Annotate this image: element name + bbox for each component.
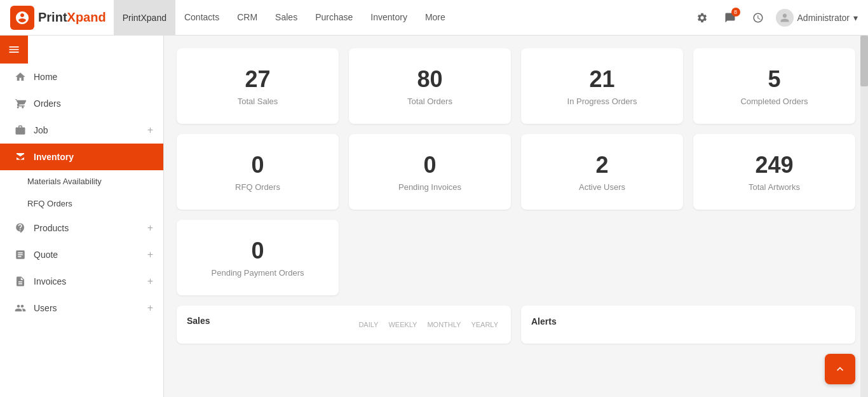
- nav-contacts[interactable]: Contacts: [175, 0, 228, 36]
- sidebar-home-label: Home: [34, 72, 153, 82]
- sidebar-materials-label: Materials Availability: [27, 177, 102, 186]
- chart-controls: DAILY WEEKLY MONTHLY YEARLY: [356, 320, 501, 330]
- inprogress-orders-label: In Progress Orders: [567, 97, 637, 106]
- sidebar-orders-label: Orders: [34, 98, 153, 109]
- total-sales-label: Total Sales: [238, 97, 278, 106]
- completed-orders-value: 5: [768, 66, 780, 93]
- scrollbar-thumb: [860, 36, 868, 86]
- bottom-section: Sales DAILY WEEKLY MONTHLY YEARLY Alerts: [177, 306, 855, 344]
- pending-invoices-value: 0: [423, 152, 436, 178]
- job-expand-icon[interactable]: +: [147, 124, 153, 136]
- stat-card-total-artworks[interactable]: 249 Total Artworks: [693, 134, 855, 210]
- chart-yearly[interactable]: YEARLY: [468, 320, 501, 330]
- sidebar-toggle-button[interactable]: [0, 36, 28, 64]
- logo[interactable]: PrintXpand: [10, 6, 106, 30]
- invoices-icon: [15, 276, 26, 287]
- nav-crm[interactable]: CRM: [228, 0, 266, 36]
- alerts-card: Alerts: [521, 306, 855, 344]
- orders-icon: [15, 98, 26, 109]
- admin-avatar: [776, 9, 794, 27]
- sidebar: Home Orders Job + Inventory − Materials …: [0, 36, 164, 397]
- total-orders-value: 80: [417, 66, 442, 93]
- stat-card-pending-payment[interactable]: 0 Pending Payment Orders: [177, 220, 339, 295]
- topnav: PrintXpand PrintXpand Contacts CRM Sales…: [0, 0, 868, 36]
- clock-button[interactable]: [748, 8, 768, 28]
- stats-row-2: 0 RFQ Orders 0 Pending Invoices 2 Active…: [177, 134, 855, 210]
- sidebar-job-label: Job: [34, 125, 140, 135]
- stat-card-completed-orders[interactable]: 5 Completed Orders: [693, 48, 855, 124]
- quote-icon: [15, 249, 26, 260]
- sidebar-item-orders[interactable]: Orders: [0, 90, 163, 117]
- nav-right: 8 Administrator ▾: [692, 8, 858, 28]
- stats-row-3: 0 Pending Payment Orders: [177, 220, 855, 295]
- completed-orders-label: Completed Orders: [740, 97, 808, 106]
- sidebar-rfq-label: RFQ Orders: [27, 199, 72, 208]
- sidebar-item-quote[interactable]: Quote +: [0, 241, 163, 268]
- sidebar-item-inventory[interactable]: Inventory −: [0, 144, 163, 170]
- logo-text: PrintXpand: [38, 10, 106, 25]
- inventory-collapse-icon[interactable]: −: [148, 152, 153, 162]
- stat-card-rfq-orders[interactable]: 0 RFQ Orders: [177, 134, 339, 210]
- products-expand-icon[interactable]: +: [147, 222, 153, 234]
- admin-label: Administrator: [797, 13, 850, 23]
- sidebar-inventory-label: Inventory: [34, 152, 140, 162]
- nav-more[interactable]: More: [416, 0, 454, 36]
- chart-monthly[interactable]: MONTHLY: [424, 320, 463, 330]
- rfq-orders-label: RFQ Orders: [235, 182, 280, 192]
- invoices-expand-icon[interactable]: +: [147, 276, 153, 287]
- page-scrollbar[interactable]: [860, 36, 868, 397]
- sidebar-item-products[interactable]: Products +: [0, 215, 163, 241]
- chart-weekly[interactable]: WEEKLY: [386, 320, 419, 330]
- nav-printxpand[interactable]: PrintXpand: [114, 0, 175, 36]
- products-icon: [15, 222, 26, 234]
- home-icon: [15, 71, 26, 83]
- messages-button[interactable]: 8: [720, 8, 740, 28]
- admin-dropdown-icon: ▾: [853, 13, 858, 23]
- logo-icon: [10, 6, 34, 30]
- sidebar-item-invoices[interactable]: Invoices +: [0, 268, 163, 295]
- stat-card-inprogress-orders[interactable]: 21 In Progress Orders: [521, 48, 683, 124]
- job-icon: [15, 124, 26, 136]
- total-artworks-value: 249: [755, 152, 793, 178]
- nav-purchase[interactable]: Purchase: [306, 0, 362, 36]
- total-sales-value: 27: [245, 66, 270, 93]
- rfq-orders-value: 0: [251, 152, 264, 178]
- active-users-value: 2: [595, 152, 608, 178]
- inventory-icon: [15, 151, 26, 163]
- quote-expand-icon[interactable]: +: [147, 249, 153, 260]
- nav-inventory[interactable]: Inventory: [362, 0, 416, 36]
- active-users-label: Active Users: [579, 182, 625, 192]
- sidebar-users-label: Users: [34, 303, 140, 313]
- top-navigation: PrintXpand Contacts CRM Sales Purchase I…: [114, 0, 692, 36]
- chart-daily[interactable]: DAILY: [356, 320, 381, 330]
- sales-chart-header: Sales DAILY WEEKLY MONTHLY YEARLY: [187, 316, 501, 331]
- alerts-title: Alerts: [531, 316, 557, 326]
- scroll-to-top-button[interactable]: [825, 354, 855, 384]
- sales-chart-title: Sales: [187, 316, 210, 326]
- nav-sales[interactable]: Sales: [266, 0, 306, 36]
- pending-payment-label: Pending Payment Orders: [212, 268, 304, 278]
- stat-card-pending-invoices[interactable]: 0 Pending Invoices: [349, 134, 511, 210]
- message-badge: 8: [731, 8, 740, 17]
- total-orders-label: Total Orders: [407, 97, 452, 106]
- sales-chart-card: Sales DAILY WEEKLY MONTHLY YEARLY: [177, 306, 511, 344]
- pending-payment-value: 0: [251, 238, 264, 264]
- users-expand-icon[interactable]: +: [147, 302, 153, 314]
- sidebar-item-home[interactable]: Home: [0, 64, 163, 90]
- sidebar-products-label: Products: [34, 223, 140, 233]
- sidebar-quote-label: Quote: [34, 250, 140, 260]
- sidebar-item-users[interactable]: Users +: [0, 295, 163, 321]
- sidebar-item-materials[interactable]: Materials Availability: [0, 170, 163, 192]
- admin-menu[interactable]: Administrator ▾: [776, 9, 858, 27]
- sidebar-item-rfq[interactable]: RFQ Orders: [0, 192, 163, 215]
- stat-card-total-sales[interactable]: 27 Total Sales: [177, 48, 339, 124]
- stat-card-total-orders[interactable]: 80 Total Orders: [349, 48, 511, 124]
- sidebar-item-job[interactable]: Job +: [0, 117, 163, 144]
- inprogress-orders-value: 21: [589, 66, 614, 93]
- total-artworks-label: Total Artworks: [749, 182, 800, 192]
- settings-button[interactable]: [692, 8, 712, 28]
- users-icon: [15, 302, 26, 314]
- stat-card-active-users[interactable]: 2 Active Users: [521, 134, 683, 210]
- stats-row-1: 27 Total Sales 80 Total Orders 21 In Pro…: [177, 48, 855, 124]
- sidebar-invoices-label: Invoices: [34, 276, 140, 286]
